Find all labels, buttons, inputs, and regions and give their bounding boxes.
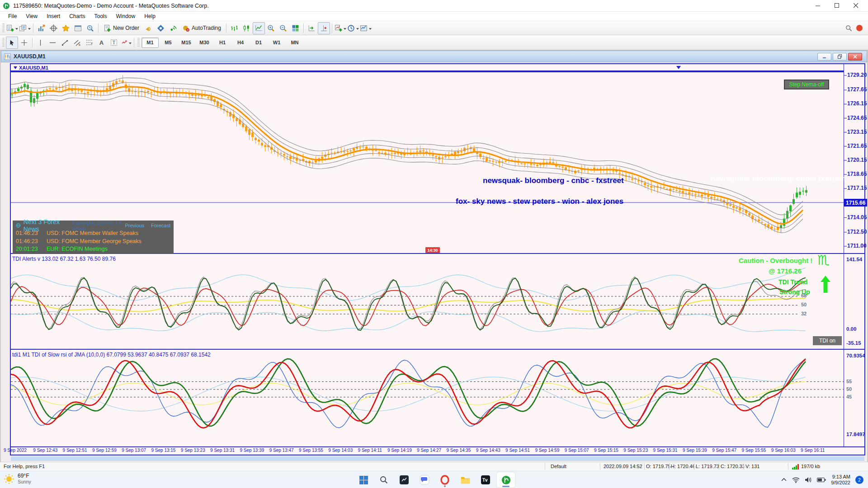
- menu-item-tools[interactable]: Tools: [90, 12, 112, 20]
- timeframe-m1[interactable]: M1: [142, 38, 159, 48]
- chart-shift-button[interactable]: [318, 22, 330, 34]
- timeframe-h1[interactable]: H1: [214, 38, 231, 48]
- templates-button[interactable]: [359, 22, 372, 34]
- news-text: EUR: ECOFIN Meetings: [47, 245, 108, 253]
- chart-close-button[interactable]: [848, 53, 862, 61]
- status-profile[interactable]: Default: [551, 464, 566, 469]
- strategy-tester-button[interactable]: [84, 22, 96, 34]
- search-icon: [379, 475, 388, 484]
- autotrading-button[interactable]: AutoTrading: [179, 22, 224, 34]
- autotrading-label: AutoTrading: [192, 25, 221, 31]
- hidden-icons-chevron-icon[interactable]: [781, 477, 787, 483]
- file-explorer-button[interactable]: [456, 472, 474, 488]
- indicators-button[interactable]: [334, 22, 347, 34]
- timeframe-m30[interactable]: M30: [196, 38, 213, 48]
- tile-windows-button[interactable]: [289, 22, 302, 34]
- profiles-button[interactable]: [19, 22, 31, 34]
- timeframe-mn[interactable]: MN: [286, 38, 303, 48]
- news-col-previous: Previous: [125, 223, 144, 228]
- app-logo-icon: [3, 2, 10, 9]
- chart-minimize-button[interactable]: [817, 53, 831, 61]
- menu-item-insert[interactable]: Insert: [42, 12, 65, 20]
- panel-separator-tdi-osc[interactable]: [10, 349, 865, 350]
- toolbar-grip[interactable]: [137, 38, 140, 47]
- metaeditor-button[interactable]: [155, 22, 167, 34]
- price-axis-label: 1712.50: [847, 229, 867, 235]
- timeframe-toolbar: M1M5M15M30H1H4D1W1MN: [141, 38, 304, 48]
- menu-item-file[interactable]: File: [4, 12, 21, 20]
- cursor-tool-button[interactable]: [6, 37, 18, 49]
- chart-restore-button[interactable]: [833, 53, 847, 61]
- taskbar-weather-widget[interactable]: 69°F Sunny: [4, 473, 31, 485]
- trendline-tool-button[interactable]: [59, 37, 71, 49]
- chart-window-titlebar[interactable]: XAUUSD,M1: [1, 51, 867, 62]
- menu-item-help[interactable]: Help: [140, 12, 160, 20]
- menu-item-view[interactable]: View: [21, 12, 42, 20]
- data-window-button[interactable]: [47, 22, 60, 34]
- app-minimize-button[interactable]: [808, 0, 827, 11]
- new-order-button[interactable]: New Order: [100, 22, 142, 34]
- timeframe-d1[interactable]: D1: [250, 38, 267, 48]
- alerts-button[interactable]: [142, 22, 155, 34]
- opera-app-button[interactable]: [436, 472, 454, 488]
- navigator-button[interactable]: [60, 22, 72, 34]
- arrows-tool-button[interactable]: [120, 37, 132, 49]
- chart-plot-background[interactable]: [10, 63, 865, 455]
- text-label-tool-button[interactable]: T: [108, 37, 120, 49]
- tradingview-app-button[interactable]: Tv: [476, 472, 495, 488]
- price-axis-label: 1711.00: [847, 243, 867, 249]
- notification-badge[interactable]: [856, 25, 863, 31]
- bar-chart-mode-button[interactable]: [228, 22, 241, 34]
- chat-app-button[interactable]: [415, 472, 434, 488]
- taskbar-clock[interactable]: 9:13 AM 9/9/2022: [831, 474, 850, 486]
- toolbar-grip[interactable]: [2, 23, 5, 33]
- symbol-label[interactable]: XAUUSD,M1: [14, 65, 48, 71]
- metatrader-app-window: 117589650: MetaQuotes-Demo - Demo Accoun…: [0, 0, 868, 488]
- signals-button[interactable]: [167, 22, 179, 34]
- object-anchor-icon[interactable]: [676, 66, 681, 71]
- horizontal-line-tool-button[interactable]: [47, 37, 59, 49]
- menu-item-window[interactable]: Window: [112, 12, 140, 20]
- widgets-app-button[interactable]: [395, 472, 413, 488]
- battery-icon[interactable]: [817, 477, 826, 483]
- timeframe-w1[interactable]: W1: [268, 38, 285, 48]
- candlestick-mode-button[interactable]: [241, 22, 253, 34]
- timeframe-h4[interactable]: H4: [232, 38, 249, 48]
- crosshair-tool-button[interactable]: [18, 37, 30, 49]
- text-tool-button[interactable]: A: [95, 37, 108, 49]
- price-axis-label: 1720.15: [847, 157, 867, 163]
- fibonacci-tool-button[interactable]: F: [83, 37, 95, 49]
- periods-button[interactable]: [347, 22, 359, 34]
- start-button[interactable]: [354, 472, 373, 488]
- search-icon[interactable]: [845, 25, 852, 32]
- toolbar-grip[interactable]: [2, 38, 5, 47]
- taskbar-search-button[interactable]: [375, 472, 393, 488]
- time-axis-label: 9 Sep 14:51: [505, 448, 530, 453]
- timeframe-m5[interactable]: M5: [160, 38, 177, 48]
- speaker-icon[interactable]: [805, 477, 812, 483]
- timeframe-m15[interactable]: M15: [178, 38, 195, 48]
- metatrader-app-button[interactable]: [497, 472, 515, 488]
- zoom-out-button[interactable]: [277, 22, 289, 34]
- toolbar-separator: [33, 23, 33, 33]
- step-nema-button[interactable]: Step Nema-off: [784, 80, 829, 89]
- notification-count-badge[interactable]: 2: [855, 476, 863, 484]
- chevron-down-icon: [344, 28, 346, 31]
- menu-item-charts[interactable]: Charts: [65, 12, 90, 20]
- line-chart-mode-button[interactable]: [253, 22, 265, 34]
- app-close-button[interactable]: [846, 0, 865, 11]
- new-chart-button[interactable]: [6, 22, 19, 34]
- time-marker-label[interactable]: 14:30: [425, 247, 440, 253]
- horizontal-scrollbar[interactable]: [11, 456, 864, 461]
- news-sources-line-1: newsquak- bloomberg - cnbc - fxstreet: [483, 176, 624, 185]
- horizontal-line-object[interactable]: [11, 70, 844, 72]
- terminal-button[interactable]: [72, 22, 84, 34]
- zoom-in-button[interactable]: [265, 22, 277, 34]
- vertical-line-tool-button[interactable]: [34, 37, 47, 49]
- channel-tool-button[interactable]: E: [71, 37, 83, 49]
- tdi-on-badge[interactable]: TDI on: [813, 336, 842, 345]
- wifi-icon[interactable]: [792, 477, 800, 483]
- auto-scroll-button[interactable]: [306, 22, 318, 34]
- app-maximize-button[interactable]: [827, 0, 846, 11]
- market-watch-button[interactable]: [35, 22, 47, 34]
